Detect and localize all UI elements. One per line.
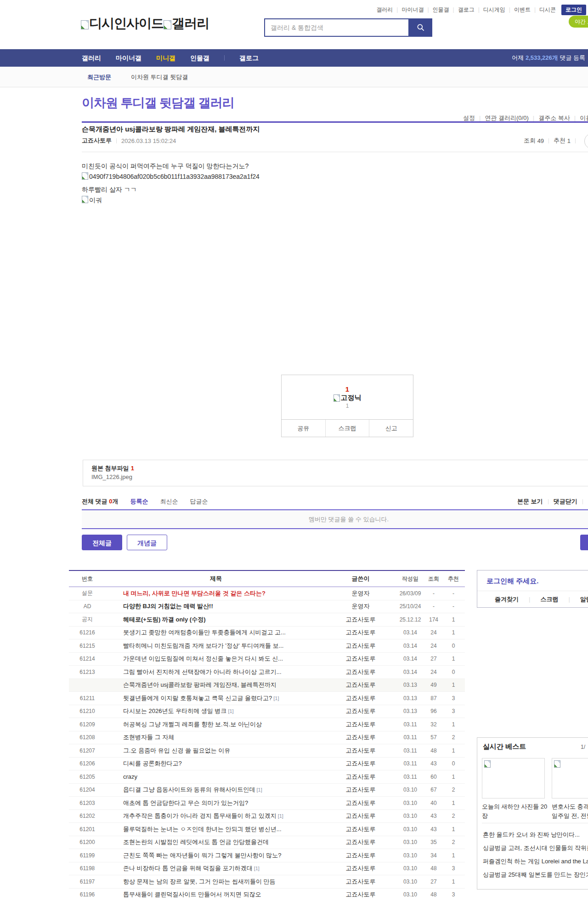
nav-person-gallery[interactable]: 인물갤 <box>190 49 209 67</box>
post-title-cell[interactable]: 조현논란의 시발점인 레딧에서도 톱 언금 안당했을건데 <box>106 838 326 846</box>
post-author[interactable]: 운영자 <box>326 602 395 610</box>
post-link[interactable]: 항상 문제는 남의 장르 알못, 그거 안파는 씹새끼들이 만듬 <box>123 878 276 885</box>
gallery-title[interactable]: 이차원 투디갤 뒷담갤 갤러리 <box>82 95 234 111</box>
post-title-cell[interactable]: 그림 빨아서 진지하게 선택장애가 아니라 하나이상 고르기... <box>106 668 326 676</box>
topbar-link[interactable]: 디시게임 <box>475 6 505 14</box>
post-link[interactable]: 애초에 톱 언금당한다고 무슨 의미가 있는거임? <box>123 799 248 806</box>
login-action-button[interactable]: 알림 <box>558 595 588 604</box>
best-thumb-caption[interactable]: 오늘의 새하얀 사진들 20 장 <box>482 802 551 821</box>
table-row[interactable]: 61203 애초에 톱 언금당한다고 무슨 의미가 있는거임? 고죠사토루 03… <box>69 797 465 810</box>
nav-gallog[interactable]: 갤로그 <box>239 49 259 67</box>
login-action-button[interactable]: 스크랩 <box>519 595 558 604</box>
post-title-cell[interactable]: crazy <box>106 773 326 780</box>
recent-visit-label[interactable]: 최근방문 <box>87 67 111 87</box>
table-row[interactable]: 61204 읍디갤 그냥 읍동사이트와 동류의 유해사이트인데[1] 고죠사토루… <box>69 784 465 797</box>
table-row[interactable]: 61200 조현논란의 시발점인 레딧에서도 톱 언금 안당했을건데 고죠사토루… <box>69 836 465 850</box>
post-author[interactable]: 고죠사토루 <box>326 878 395 886</box>
post-author[interactable]: 고죠사토루 <box>326 825 395 833</box>
post-author-name[interactable]: 고죠사토루 <box>82 137 112 145</box>
post-author[interactable]: 고죠사토루 <box>326 733 395 741</box>
post-author[interactable]: 고죠사토루 <box>326 694 395 702</box>
post-link[interactable]: 뒷갤년들에게 이지랄 호통쳐놓고 큭묵 신고글 올렸다고? <box>123 695 272 701</box>
best-thumbnail[interactable] <box>482 758 545 798</box>
best-thumb-caption[interactable]: 변호사도 충격. 공 일주일 전, 전남친 <box>552 802 588 821</box>
nav-minor-gallery[interactable]: 마이너갤 <box>116 49 141 67</box>
table-row[interactable]: 슨묵개줌년아 usj콜라보랑 팡파레 게임잔재, 블레특전까지 고죠사토루 03… <box>69 679 465 692</box>
comment-refresh-button[interactable] <box>584 133 588 149</box>
post-title-cell[interactable]: 뒷갤년들에게 이지랄 호통쳐놓고 큭묵 신고글 올렸다고?[1] <box>106 694 326 702</box>
post-title-cell[interactable]: 가운데년 이입도림질에 미쳐서 정신줄 놓은거 다시 봐도 신... <box>106 655 326 663</box>
sort-replies[interactable]: 답글순 <box>190 497 208 506</box>
table-row[interactable]: 61205 crazy 고죠사토루 03.11 60 1 <box>69 770 465 784</box>
post-link[interactable]: 그.오 음줌마 유입 신경 쓸 필요없는 이유 <box>123 747 230 754</box>
table-row[interactable]: 61209 허공복싱 그냥 개쩔긔 레죄를 향한 보.적.보 아닌이상 고죠사토… <box>69 718 465 731</box>
best-list-item[interactable]: 싱글벙글 25대째 일본도를 만드는 장인가문... <box>483 871 588 878</box>
post-link[interactable]: 읍디갤 그냥 읍동사이트와 동류의 유해사이트인데 <box>123 786 255 793</box>
all-posts-button[interactable]: 전체글 <box>82 535 122 550</box>
post-title-cell[interactable]: 다시보는 2026년도 우타히메 생일 병크[1] <box>106 707 326 715</box>
post-author[interactable]: 고죠사토루 <box>326 851 395 860</box>
sort-newest[interactable]: 최신순 <box>160 497 178 506</box>
sort-registered[interactable]: 등록순 <box>130 497 148 506</box>
post-action-button[interactable]: 신고 <box>369 420 413 437</box>
table-row[interactable]: 61197 항상 문제는 남의 장르 알못, 그거 안파는 씹새끼들이 만듬 고… <box>69 875 465 889</box>
post-link[interactable]: crazy <box>123 773 137 780</box>
topbar-link[interactable]: 갤러리 <box>376 6 393 14</box>
post-link[interactable]: 가운데년 이입도림질에 미쳐서 정신줄 놓은거 다시 봐도 신... <box>123 655 283 662</box>
topbar-link[interactable]: 이벤트 <box>505 6 531 14</box>
post-author[interactable]: 고죠사토루 <box>326 773 395 781</box>
post-action-button[interactable]: 스크랩 <box>325 420 369 437</box>
post-link[interactable]: 내 며느리, 사위로 만나면 부담스러울 것 같은 스타는? <box>123 590 266 597</box>
post-link[interactable]: 개추주작은 톱충이가 아니라 경지 톱무새들이 하고 있겠지 <box>123 812 277 819</box>
post-title-cell[interactable]: 애초에 톱 언금당한다고 무슨 의미가 있는거임? <box>106 799 326 807</box>
post-author[interactable]: 고죠사토루 <box>326 642 395 650</box>
post-link[interactable]: 근친도 쪽쪽 빠는 애자년들이 뭐가 그렇게 불만사항이 많노? <box>123 852 282 859</box>
post-title-cell[interactable]: 근친도 쪽쪽 빠는 애자년들이 뭐가 그렇게 불만사항이 많노? <box>106 851 326 860</box>
write-post-button[interactable]: 글쓰기 <box>580 535 588 550</box>
table-row[interactable]: 61196 톱무새들이 클린덕질사이트 만들어서 꺼지면 되잖오 고죠사토루 0… <box>69 889 465 901</box>
post-title-cell[interactable]: 다양한 BJ의 거침없는 매력 발산!! <box>106 602 326 610</box>
table-row[interactable]: 61216 못생기고 좆망한 여캐텀충이들만 투좆충들에게 시비걸고 고... … <box>69 627 465 640</box>
attachment-filename[interactable]: IMG_1226.jpeg <box>91 473 132 480</box>
post-author[interactable]: 고죠사토루 <box>326 838 395 846</box>
post-author[interactable]: 고죠사토루 <box>326 720 395 729</box>
close-comments-button[interactable]: 댓글닫기 <box>554 497 577 506</box>
post-author[interactable]: 고죠사토루 <box>326 890 395 899</box>
best-list-item[interactable]: 싱글벙글 고려, 조선시대 인물들의 작위를 시... <box>483 844 588 851</box>
table-row[interactable]: 61213 그림 빨아서 진지하게 선택장애가 아니라 하나이상 고르기... … <box>69 666 465 679</box>
table-row[interactable]: 61215 빨타히메니 미친도림개줌 자캐 보다가 '정상' 투디여캐들 보..… <box>69 639 465 653</box>
post-link[interactable]: 그림 빨아서 진지하게 선택장애가 아니라 하나이상 고르기... <box>123 668 282 675</box>
post-author[interactable]: 고죠사토루 <box>326 655 395 663</box>
table-row[interactable]: 61206 디씨를 공론화한다고? 고죠사토루 03.11 43 0 <box>69 758 465 771</box>
table-row[interactable]: 61198 존나 비장하다 톱 언금을 위해 덕질을 포기하겠대[1] 고죠사토… <box>69 862 465 876</box>
post-link[interactable]: 슨묵개줌년아 usj콜라보랑 팡파레 게임잔재, 블레특전까지 <box>123 681 277 688</box>
post-title-cell[interactable]: 내 며느리, 사위로 만나면 부담스러울 것 같은 스타는? <box>106 589 326 598</box>
post-title-cell[interactable]: 읍디갤 그냥 읍동사이트와 동류의 유해사이트인데[1] <box>106 786 326 794</box>
login-button[interactable]: 로그인 <box>561 5 586 15</box>
post-author[interactable]: 고죠사토루 <box>326 864 395 872</box>
topbar-link[interactable]: 인물갤 <box>424 6 449 14</box>
post-link[interactable]: 다시보는 2026년도 우타히메 생일 병크 <box>123 707 226 714</box>
post-title-cell[interactable]: 못생기고 좆망한 여캐텀충이들만 투좆충들에게 시비걸고 고... <box>106 628 326 637</box>
post-link[interactable]: 톱무새들이 클린덕질사이트 만들어서 꺼지면 되잖오 <box>123 891 261 898</box>
post-author[interactable]: 고죠사토루 <box>326 681 395 689</box>
post-link[interactable]: 헤테로(+도림) 까갤 only (수정) <box>123 616 205 623</box>
post-title-cell[interactable]: 빨타히메니 미친도림개줌 자캐 보다가 '정상' 투디여캐들 보... <box>106 642 326 650</box>
search-button[interactable] <box>409 18 432 37</box>
best-thumbnail[interactable] <box>552 758 588 798</box>
topbar-link[interactable]: 마이너갤 <box>393 6 424 14</box>
post-author[interactable]: 고죠사토루 <box>326 628 395 637</box>
view-post-button[interactable]: 본문 보기 <box>517 497 543 506</box>
topbar-link[interactable]: 디시콘 <box>531 6 556 14</box>
login-action-button[interactable]: 즐겨찾기 <box>495 595 519 604</box>
fixed-nick-vote[interactable]: 고정닉 <box>334 393 362 402</box>
post-title-cell[interactable]: 슨묵개줌년아 usj콜라보랑 팡파레 게임잔재, 블레특전까지 <box>106 681 326 689</box>
post-link[interactable]: 몰루덕질하는 눈녀는 ㅇㅈ인데 한녀는 안되긔 했던 병신년... <box>123 826 282 833</box>
table-row[interactable]: 61210 다시보는 2026년도 우타히메 생일 병크[1] 고죠사토루 03… <box>69 705 465 719</box>
topbar-link[interactable]: 갤로그 <box>449 6 475 14</box>
post-link[interactable]: 존나 비장하다 톱 언금을 위해 덕질을 포기하겠대 <box>123 865 253 872</box>
post-link[interactable]: 조현논란의 시발점인 레딧에서도 톱 언금 안당했을건데 <box>123 838 269 845</box>
post-title-cell[interactable]: 조현병자들 그 자체 <box>106 733 326 741</box>
search-input[interactable] <box>264 18 409 37</box>
table-row[interactable]: AD 다양한 BJ의 거침없는 매력 발산!! 운영자 25/10/24 - - <box>69 600 465 614</box>
